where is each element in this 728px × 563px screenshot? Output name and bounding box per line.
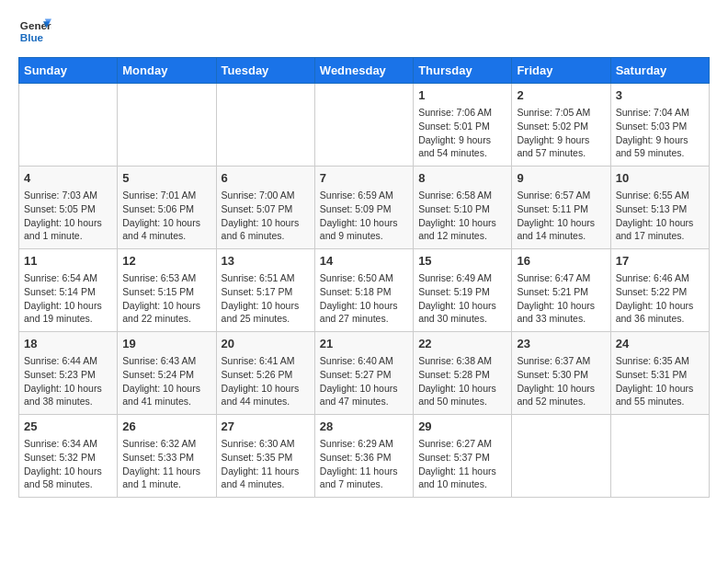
day-info: Sunrise: 6:55 AMSunset: 5:13 PMDaylight:… [616, 189, 704, 243]
day-number: 21 [320, 336, 408, 352]
day-number: 26 [122, 419, 210, 435]
calendar-week-2: 4Sunrise: 7:03 AMSunset: 5:05 PMDaylight… [19, 167, 710, 249]
calendar-week-3: 11Sunrise: 6:54 AMSunset: 5:14 PMDayligh… [19, 249, 710, 332]
day-info: Sunrise: 7:00 AMSunset: 5:07 PMDaylight:… [222, 189, 310, 243]
day-number: 16 [517, 253, 605, 270]
calendar-cell: 11Sunrise: 6:54 AMSunset: 5:14 PMDayligh… [19, 249, 118, 332]
calendar-cell: 1Sunrise: 7:06 AMSunset: 5:01 PMDaylight… [414, 84, 512, 167]
calendar-cell: 16Sunrise: 6:47 AMSunset: 5:21 PMDayligh… [512, 249, 610, 332]
day-number: 17 [616, 253, 704, 270]
day-info: Sunrise: 6:30 AMSunset: 5:35 PMDaylight:… [222, 437, 310, 491]
day-number: 3 [616, 87, 704, 104]
calendar-cell: 25Sunrise: 6:34 AMSunset: 5:32 PMDayligh… [19, 415, 118, 498]
day-info: Sunrise: 7:03 AMSunset: 5:05 PMDaylight:… [24, 189, 112, 243]
calendar-cell: 3Sunrise: 7:04 AMSunset: 5:03 PMDaylight… [610, 84, 709, 167]
header: General Blue [18, 15, 710, 48]
day-info: Sunrise: 6:38 AMSunset: 5:28 PMDaylight:… [418, 354, 506, 408]
calendar-header-row: SundayMondayTuesdayWednesdayThursdayFrid… [19, 58, 710, 84]
calendar-cell: 29Sunrise: 6:27 AMSunset: 5:37 PMDayligh… [414, 415, 512, 498]
calendar-cell: 19Sunrise: 6:43 AMSunset: 5:24 PMDayligh… [118, 332, 216, 415]
calendar-week-1: 1Sunrise: 7:06 AMSunset: 5:01 PMDaylight… [19, 84, 710, 167]
calendar-cell: 26Sunrise: 6:32 AMSunset: 5:33 PMDayligh… [118, 415, 216, 498]
day-number: 13 [222, 253, 310, 270]
calendar-week-5: 25Sunrise: 6:34 AMSunset: 5:32 PMDayligh… [19, 415, 710, 498]
calendar-cell: 13Sunrise: 6:51 AMSunset: 5:17 PMDayligh… [216, 249, 314, 332]
header-wednesday: Wednesday [314, 58, 413, 84]
header-saturday: Saturday [610, 58, 709, 84]
calendar-cell: 24Sunrise: 6:35 AMSunset: 5:31 PMDayligh… [610, 332, 709, 415]
day-number: 22 [418, 336, 506, 352]
day-info: Sunrise: 6:35 AMSunset: 5:31 PMDaylight:… [616, 354, 704, 408]
day-number: 28 [320, 419, 408, 435]
header-sunday: Sunday [19, 58, 118, 84]
calendar-cell: 10Sunrise: 6:55 AMSunset: 5:13 PMDayligh… [610, 167, 709, 249]
day-info: Sunrise: 6:29 AMSunset: 5:36 PMDaylight:… [320, 437, 408, 491]
calendar-cell: 20Sunrise: 6:41 AMSunset: 5:26 PMDayligh… [216, 332, 314, 415]
calendar-cell: 17Sunrise: 6:46 AMSunset: 5:22 PMDayligh… [610, 249, 709, 332]
calendar-cell: 4Sunrise: 7:03 AMSunset: 5:05 PMDaylight… [19, 167, 118, 249]
calendar-cell: 8Sunrise: 6:58 AMSunset: 5:10 PMDaylight… [414, 167, 512, 249]
day-number: 19 [122, 336, 210, 352]
header-friday: Friday [512, 58, 610, 84]
day-info: Sunrise: 6:49 AMSunset: 5:19 PMDaylight:… [418, 271, 506, 326]
calendar-cell: 28Sunrise: 6:29 AMSunset: 5:36 PMDayligh… [314, 415, 413, 498]
calendar-cell: 2Sunrise: 7:05 AMSunset: 5:02 PMDaylight… [512, 84, 610, 167]
day-number: 25 [24, 419, 112, 435]
day-info: Sunrise: 6:37 AMSunset: 5:30 PMDaylight:… [517, 354, 605, 408]
day-number: 15 [418, 253, 506, 270]
calendar-cell: 15Sunrise: 6:49 AMSunset: 5:19 PMDayligh… [414, 249, 512, 332]
svg-text:Blue: Blue [20, 31, 44, 43]
calendar-week-4: 18Sunrise: 6:44 AMSunset: 5:23 PMDayligh… [19, 332, 710, 415]
day-number: 5 [122, 170, 210, 187]
day-info: Sunrise: 6:53 AMSunset: 5:15 PMDaylight:… [122, 271, 210, 326]
logo: General Blue [18, 15, 51, 48]
day-info: Sunrise: 6:46 AMSunset: 5:22 PMDaylight:… [616, 271, 704, 326]
calendar-cell: 18Sunrise: 6:44 AMSunset: 5:23 PMDayligh… [19, 332, 118, 415]
day-number: 20 [222, 336, 310, 352]
day-info: Sunrise: 6:54 AMSunset: 5:14 PMDaylight:… [24, 271, 112, 326]
day-number: 8 [418, 170, 506, 187]
day-info: Sunrise: 7:01 AMSunset: 5:06 PMDaylight:… [122, 189, 210, 243]
calendar-cell: 12Sunrise: 6:53 AMSunset: 5:15 PMDayligh… [118, 249, 216, 332]
day-number: 24 [616, 336, 704, 352]
day-number: 11 [24, 253, 112, 270]
calendar-cell: 14Sunrise: 6:50 AMSunset: 5:18 PMDayligh… [314, 249, 413, 332]
header-thursday: Thursday [414, 58, 512, 84]
calendar-cell: 9Sunrise: 6:57 AMSunset: 5:11 PMDaylight… [512, 167, 610, 249]
day-info: Sunrise: 6:50 AMSunset: 5:18 PMDaylight:… [320, 271, 408, 326]
day-info: Sunrise: 6:44 AMSunset: 5:23 PMDaylight:… [24, 354, 112, 408]
day-number: 27 [222, 419, 310, 435]
day-info: Sunrise: 7:04 AMSunset: 5:03 PMDaylight:… [616, 106, 704, 160]
day-number: 4 [24, 170, 112, 187]
calendar-cell: 7Sunrise: 6:59 AMSunset: 5:09 PMDaylight… [314, 167, 413, 249]
calendar-cell: 23Sunrise: 6:37 AMSunset: 5:30 PMDayligh… [512, 332, 610, 415]
day-info: Sunrise: 6:51 AMSunset: 5:17 PMDaylight:… [222, 271, 310, 326]
day-info: Sunrise: 6:27 AMSunset: 5:37 PMDaylight:… [418, 437, 506, 491]
calendar-cell [118, 84, 216, 167]
day-info: Sunrise: 6:32 AMSunset: 5:33 PMDaylight:… [122, 437, 210, 491]
calendar-cell [610, 415, 709, 498]
calendar-cell [19, 84, 118, 167]
day-number: 9 [517, 170, 605, 187]
header-monday: Monday [118, 58, 216, 84]
day-info: Sunrise: 6:47 AMSunset: 5:21 PMDaylight:… [517, 271, 605, 326]
day-info: Sunrise: 6:57 AMSunset: 5:11 PMDaylight:… [517, 189, 605, 243]
day-info: Sunrise: 6:34 AMSunset: 5:32 PMDaylight:… [24, 437, 112, 491]
calendar-cell: 21Sunrise: 6:40 AMSunset: 5:27 PMDayligh… [314, 332, 413, 415]
day-info: Sunrise: 6:59 AMSunset: 5:09 PMDaylight:… [320, 189, 408, 243]
calendar-cell [314, 84, 413, 167]
day-number: 12 [122, 253, 210, 270]
day-info: Sunrise: 6:41 AMSunset: 5:26 PMDaylight:… [222, 354, 310, 408]
day-number: 10 [616, 170, 704, 187]
calendar-cell [216, 84, 314, 167]
day-number: 2 [517, 87, 605, 104]
day-info: Sunrise: 6:58 AMSunset: 5:10 PMDaylight:… [418, 189, 506, 243]
day-info: Sunrise: 6:40 AMSunset: 5:27 PMDaylight:… [320, 354, 408, 408]
day-number: 1 [418, 87, 506, 104]
calendar-table: SundayMondayTuesdayWednesdayThursdayFrid… [18, 57, 710, 498]
day-number: 6 [222, 170, 310, 187]
day-info: Sunrise: 6:43 AMSunset: 5:24 PMDaylight:… [122, 354, 210, 408]
header-tuesday: Tuesday [216, 58, 314, 84]
day-info: Sunrise: 7:05 AMSunset: 5:02 PMDaylight:… [517, 106, 605, 160]
day-number: 14 [320, 253, 408, 270]
